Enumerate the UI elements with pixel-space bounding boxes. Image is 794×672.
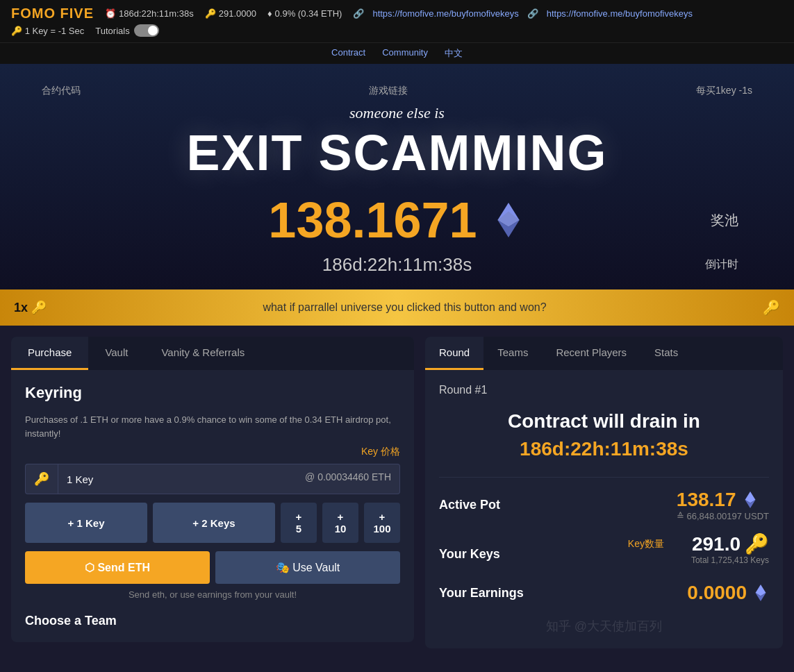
per-key-label: 每买1key -1s xyxy=(696,85,752,97)
right-panel-body: Round #1 Contract will drain in 186d:22h… xyxy=(425,370,783,648)
active-pot-usdt: ≙ 66,848.00197 USDT xyxy=(677,511,769,521)
game-link-label: 游戏链接 xyxy=(369,85,408,97)
contract-drain: Contract will drain in 186d:22h:11m:38s xyxy=(439,410,769,460)
hero-amount: 138.1671 xyxy=(268,192,477,249)
tutorials-label: Tutorials xyxy=(95,26,129,36)
left-panel-body: Keyring Purchases of .1 ETH or more have… xyxy=(11,370,414,642)
hero-labels: 合约代码 游戏链接 每买1key -1s xyxy=(0,85,794,97)
key-price-label: Key 价格 xyxy=(25,446,400,458)
hero-title: EXIT SCAMMING xyxy=(186,128,607,178)
active-pot-row: Active Pot 138.17 ≙ 66,848.00197 USDT xyxy=(439,489,769,521)
tutorials-switch[interactable] xyxy=(134,24,159,37)
brand-title: FOMO FIVE xyxy=(11,6,94,22)
eth-diamond-icon xyxy=(491,203,526,237)
hero-subtitle: someone else is xyxy=(349,104,445,122)
keyring-title: Keyring xyxy=(25,384,400,402)
nav-keys: 291.0000 xyxy=(219,8,256,19)
your-earnings-value: 0.0000 xyxy=(687,582,769,604)
total-keys-hint: Total 1,725,413 Keys xyxy=(628,555,769,565)
keyring-info: Purchases of .1 ETH or more have a 0.9% … xyxy=(25,413,400,440)
tab-recent-players[interactable]: Recent Players xyxy=(542,337,640,370)
your-earnings-label: Your Earnings xyxy=(439,586,524,600)
tab-teams[interactable]: Teams xyxy=(483,337,542,370)
banner-icon: 🔑 xyxy=(763,299,780,316)
hero-section: 合约代码 游戏链接 每买1key -1s someone else is EXI… xyxy=(0,64,794,289)
prize-label: 奖池 xyxy=(711,211,738,230)
add-2-keys-button[interactable]: + 2 Keys xyxy=(153,503,275,543)
tab-round[interactable]: Round xyxy=(425,337,483,370)
divider-1 xyxy=(439,477,769,478)
key-icon-sm: 🔑 xyxy=(745,532,769,555)
contract-drain-timer: 186d:22h:11m:38s xyxy=(439,438,769,460)
left-panel: Purchase Vault Vanity & Referrals Keyrin… xyxy=(11,337,414,642)
key-buttons: + 1 Key + 2 Keys +5 +10 +100 xyxy=(25,503,400,543)
right-panel: Round Teams Recent Players Stats Round #… xyxy=(425,337,783,648)
timer-icon: ⏰ xyxy=(105,8,116,19)
send-hint: Send eth, or use earnings from your vaul… xyxy=(25,589,400,600)
key-price-display: @ 0.00034460 ETH xyxy=(297,464,400,494)
watermark: 知乎 @大天使加百列 xyxy=(439,618,769,635)
contract-code-label: 合约代码 xyxy=(42,85,81,97)
left-panel-tabs: Purchase Vault Vanity & Referrals xyxy=(11,337,414,370)
tab-purchase[interactable]: Purchase xyxy=(11,337,88,370)
contract-link[interactable]: Contract xyxy=(331,47,365,60)
countdown-label: 倒计时 xyxy=(705,258,738,272)
link-2[interactable]: https://fomofive.me/buyfomofivekeys xyxy=(547,8,693,19)
use-vault-button[interactable]: 🎭 Use Vault xyxy=(215,551,400,584)
link-icon-1: 🔗 xyxy=(353,8,364,19)
right-panel-tabs: Round Teams Recent Players Stats xyxy=(425,337,783,370)
your-earnings-row: Your Earnings 0.0000 xyxy=(439,582,769,604)
send-eth-button[interactable]: ⬡ Send ETH xyxy=(25,551,210,584)
link-1[interactable]: https://fomofive.me/buyfomofivekeys xyxy=(372,8,518,19)
contract-drain-title: Contract will drain in xyxy=(439,410,769,432)
community-link[interactable]: Community xyxy=(382,47,428,60)
eth-stat: ♦ 0.9% (0.34 ETH) xyxy=(267,8,342,19)
main-content: Purchase Vault Vanity & Referrals Keyrin… xyxy=(0,326,794,660)
nav-links: 🔗 https://fomofive.me/buyfomofivekeys 🔗 … xyxy=(353,8,693,19)
nav-timer: 186d:22h:11m:38s xyxy=(119,8,194,19)
key-count-label: Key数量 xyxy=(628,538,664,551)
active-pot-eth-icon xyxy=(742,492,759,508)
nav-right: 🔑 1 Key = -1 Sec Tutorials xyxy=(11,24,159,37)
key-info: 🔑 1 Key = -1 Sec xyxy=(11,26,84,36)
key-input-icon: 🔑 xyxy=(25,464,58,494)
keys-stat: 🔑 291.0000 xyxy=(205,8,256,19)
earnings-eth-icon xyxy=(752,585,769,601)
key-quantity-input[interactable] xyxy=(58,464,297,494)
key-icon: 🔑 xyxy=(205,8,216,19)
active-pot-label: Active Pot xyxy=(439,498,500,512)
top-nav: FOMO FIVE ⏰ 186d:22h:11m:38s 🔑 291.0000 … xyxy=(0,0,794,42)
add-1-key-button[interactable]: + 1 Key xyxy=(25,503,147,543)
nav-eth: 0.9% (0.34 ETH) xyxy=(275,8,342,19)
tutorials-toggle: Tutorials xyxy=(95,24,158,37)
banner-key-label: 1x 🔑 xyxy=(14,300,47,315)
cta-banner[interactable]: 1x 🔑 what if parrallel universe you clic… xyxy=(0,289,794,326)
active-pot-value: 138.17 xyxy=(677,489,769,511)
tab-stats[interactable]: Stats xyxy=(640,337,692,370)
key-input-row: 🔑 @ 0.00034460 ETH xyxy=(25,464,400,494)
add-100-keys-button[interactable]: +100 xyxy=(364,503,400,543)
banner-message: what if parrallel universe you clicked t… xyxy=(47,301,763,314)
timer-stat: ⏰ 186d:22h:11m:38s xyxy=(105,8,194,19)
key-count-value: 291.0 🔑 xyxy=(692,532,769,555)
choose-team-label: Choose a Team xyxy=(25,614,400,628)
add-5-keys-button[interactable]: +5 xyxy=(281,503,317,543)
hero-timer: 186d:22h:11m:38s xyxy=(322,254,472,276)
add-10-keys-button[interactable]: +10 xyxy=(322,503,358,543)
nav-left: FOMO FIVE ⏰ 186d:22h:11m:38s 🔑 291.0000 … xyxy=(11,6,693,22)
your-keys-row: Your Keys Key数量 291.0 🔑 Total 1,725,413 … xyxy=(439,532,769,576)
tab-vanity-referrals[interactable]: Vanity & Referrals xyxy=(144,337,261,370)
your-keys-label: Your Keys xyxy=(439,547,500,562)
eth-icon: ♦ xyxy=(267,8,272,19)
round-label: Round #1 xyxy=(439,384,769,396)
link-icon-2: 🔗 xyxy=(527,8,538,19)
secondary-nav: Contract Community 中文 xyxy=(0,42,794,64)
chinese-link[interactable]: 中文 xyxy=(445,47,463,60)
action-buttons: ⬡ Send ETH 🎭 Use Vault xyxy=(25,551,400,584)
tab-vault[interactable]: Vault xyxy=(88,337,144,370)
